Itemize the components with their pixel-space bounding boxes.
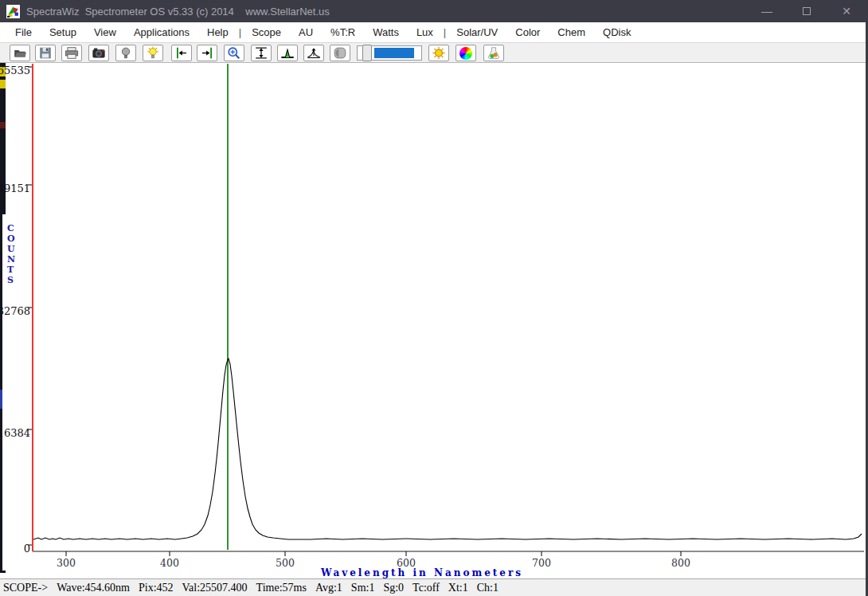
save-button[interactable] [35,45,56,61]
peak-up-arrow-icon [305,46,323,60]
lightbulb-off-button[interactable] [115,45,136,61]
peak-monitor-button[interactable] [277,45,298,61]
x-axis-title: Wavelength in Nanometers [320,567,523,578]
status-signal: Sg:0 [383,582,404,594]
color-monitor-button[interactable] [456,45,476,61]
x-tick-label: 500 [276,557,295,569]
y-axis-title-letter: O [7,233,15,244]
spectrum-plot[interactable]: 655354915132768163840300400500600700800W… [0,63,866,578]
y-axis-title-letter: N [7,254,15,265]
y-tick-label: 49151 [0,182,30,194]
x-tick-label: 700 [532,557,551,569]
status-channel: Ch:1 [477,582,499,594]
vertical-scale-icon [252,46,270,60]
menu-applications[interactable]: Applications [125,25,198,40]
color-wheel-icon [459,47,472,60]
open-folder-icon [11,46,29,60]
close-button[interactable]: ✕ [839,5,854,18]
app-logo-icon [6,5,20,18]
magnifier-plus-icon [225,46,243,60]
y-tick-label: 32768 [0,305,30,317]
lightbulb-on-icon [144,46,162,60]
irradiance-button[interactable] [428,45,449,61]
snapshot-button[interactable] [88,45,109,61]
menu-color[interactable]: Color [506,25,549,40]
toolbar [0,42,866,63]
x-tick-label: 400 [160,557,179,569]
y-axis-title-letter: C [7,223,14,233]
status-wavelength: Wave:454.60nm [57,582,130,594]
status-pixel: Pix:452 [139,582,174,594]
menu-separator: | [237,26,243,38]
y-axis-title-letter: S [7,275,14,285]
menu-qdisk[interactable]: QDisk [594,25,639,40]
minimize-button[interactable]: — [759,5,775,18]
camera-icon [90,46,108,60]
maximize-button[interactable] [799,5,815,18]
menu-chem[interactable]: Chem [549,25,594,40]
y-tick-label: 0 [24,543,30,555]
green-peak-chart-icon [279,46,296,60]
flask-icon [485,46,502,60]
arrow-left-to-line-icon [173,46,190,60]
cursor-step-right-button[interactable] [197,45,217,61]
status-value: Val:25507.400 [182,582,248,594]
spectrum-trace [33,359,862,539]
autoscale-vertical-button[interactable] [251,45,272,61]
peak-hold-button[interactable] [303,45,324,61]
integration-slider[interactable] [357,45,422,61]
window-title: SpectraWiz Spectrometer OS v5.33 (c) 201… [26,6,330,18]
title-bar: SpectraWiz Spectrometer OS v5.33 (c) 201… [0,0,866,22]
slider-fill [374,48,414,58]
y-tick-label: 16384 [0,427,30,439]
episodic-capture-button[interactable] [330,45,350,61]
y-tick-label: 65535 [0,65,30,76]
slider-thumb[interactable] [362,45,372,61]
status-bar: SCOPE-> Wave:454.60nm Pix:452 Val:25507.… [0,578,866,596]
status-smoothing: Sm:1 [351,582,375,594]
x-tick-label: 300 [57,557,76,569]
menu-solar-uv[interactable]: Solar/UV [448,25,506,40]
status-mode: SCOPE-> [3,582,48,594]
menu-help[interactable]: Help [198,25,237,40]
menu-bar: File Setup View Applications Help | Scop… [0,22,866,42]
menu-percent-t-r[interactable]: %T:R [322,25,364,40]
menu-setup[interactable]: Setup [41,25,85,40]
save-floppy-icon [37,46,54,60]
status-xtiming: Xt:1 [448,582,468,594]
arrow-right-to-line-icon [198,46,216,60]
status-averaging: Avg:1 [315,582,342,594]
menu-view[interactable]: View [85,25,125,40]
app-window: SpectraWiz Spectrometer OS v5.33 (c) 201… [0,0,868,596]
menu-watts[interactable]: Watts [364,25,408,40]
status-integration-time: Time:57ms [256,582,307,594]
menu-lux[interactable]: Lux [408,25,442,40]
open-file-button[interactable] [10,45,30,61]
zoom-in-button[interactable] [224,45,244,61]
menu-au[interactable]: AU [290,25,322,40]
printer-icon [63,46,80,60]
chemwiz-button[interactable] [483,45,504,61]
cursor-step-left-button[interactable] [171,45,192,61]
x-tick-label: 800 [671,557,690,569]
gray-dial-icon [331,46,349,60]
menu-separator: | [442,26,448,38]
y-axis-title-letter: U [7,244,15,254]
spectrum-chart[interactable]: 655354915132768163840300400500600700800W… [0,63,866,578]
menu-scope[interactable]: Scope [243,25,290,40]
maximize-icon [803,7,811,15]
status-temp-comp: Tc:off [412,582,440,594]
menu-file[interactable]: File [6,25,41,40]
lightbulb-off-icon [117,46,135,60]
sun-icon [430,46,448,60]
lightbulb-on-button[interactable] [143,45,163,61]
print-button[interactable] [61,45,82,61]
y-axis-title-letter: T [7,265,14,275]
